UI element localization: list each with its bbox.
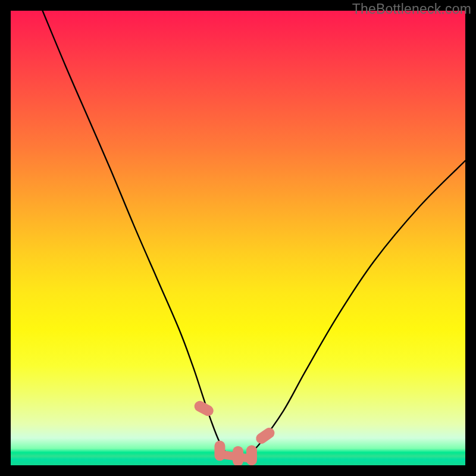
plot-area — [11, 11, 465, 465]
marker-pill — [233, 446, 243, 465]
marker-pill — [254, 425, 277, 446]
watermark-text: TheBottleneck.com — [352, 1, 471, 17]
marker-pill — [192, 399, 215, 418]
marker-pill — [214, 441, 225, 461]
marker-pill — [246, 445, 257, 465]
curve-path — [43, 11, 466, 461]
optimal-range-markers — [192, 399, 276, 465]
curve-layer — [11, 11, 465, 465]
chart-frame: TheBottleneck.com — [0, 0, 476, 476]
bottleneck-curve — [43, 11, 466, 461]
